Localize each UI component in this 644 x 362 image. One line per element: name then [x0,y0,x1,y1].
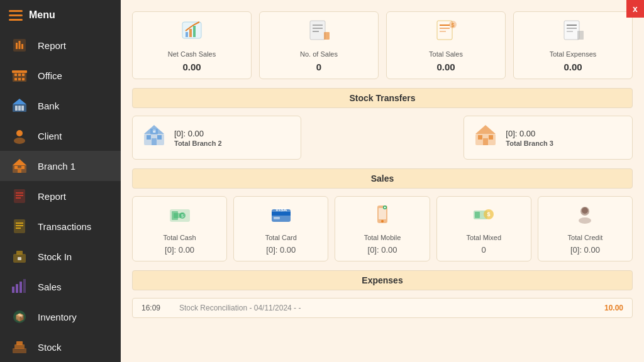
total-cash-label: Total Cash [164,234,196,241]
svg-rect-36 [16,284,18,293]
branch3-info: [0]: 0.00 Total Branch 3 [506,129,553,147]
svg-marker-23 [13,159,26,165]
stat-card-no-of-sales[interactable]: No. of Sales 0 [259,11,379,79]
stock-transfers-header: Stock Transfers [132,88,633,108]
svg-rect-21 [21,166,25,169]
svg-rect-43 [16,341,23,345]
svg-point-89 [384,207,386,209]
svg-rect-52 [324,32,330,40]
svg-point-96 [582,207,588,214]
branch2-label: Total Branch 2 [174,140,222,147]
sidebar-item-transactions[interactable]: Transactions [0,211,121,241]
svg-text:$: $ [181,214,184,218]
total-sales-label: Total Sales [429,50,463,58]
sidebar: Menu Report Offi [0,0,121,362]
sidebar-item-report2[interactable]: Report [0,181,121,211]
expense-description: Stock Reconciliation - 04/11/2024 - - [179,304,592,312]
svg-text:🖥: 🖥 [152,129,157,133]
close-button[interactable]: x [626,0,644,18]
transfer-card-branch2[interactable]: 🖥 [0]: 0.00 Total Branch 2 [132,116,301,160]
svg-text:$: $ [451,22,454,28]
sales-card-total-credit[interactable]: Total Credit [0]: 0.00 [538,196,633,261]
sidebar-item-label: Stock [38,342,62,353]
total-credit-label: Total Credit [568,234,603,241]
sidebar-item-stock[interactable]: Stock [0,332,121,362]
svg-rect-42 [14,344,25,349]
stat-card-total-expenses[interactable]: Total Expenses 0.00 [513,11,633,79]
inventory-icon: 📦 [9,306,30,327]
sales-card-total-mobile[interactable]: Total Mobile [0]: 0.00 [335,196,430,261]
total-sales-value: 0.00 [436,62,455,72]
svg-rect-37 [19,282,22,293]
transfer-card-branch3[interactable]: [0]: 0.00 Total Branch 3 [464,116,633,160]
card-icon: VISA [270,203,292,230]
sidebar-item-label: Client [38,131,62,141]
total-mixed-label: Total Mixed [466,234,501,241]
menu-item[interactable]: Menu [0,0,121,30]
branch2-icon: 🖥 [142,123,167,153]
branch3-icon [473,123,498,153]
svg-rect-65 [147,135,151,140]
svg-rect-83 [274,217,280,219]
sales-card-total-mixed[interactable]: $ Total Mixed 0 [436,196,531,261]
report2-icon [9,185,30,207]
svg-point-18 [14,138,25,144]
stat-card-net-cash-sales[interactable]: Net Cash Sales 0.00 [132,11,252,79]
sidebar-item-label: Bank [38,101,59,111]
sidebar-item-stock-in[interactable]: Stock In [0,241,121,272]
svg-marker-13 [13,99,26,104]
svg-rect-47 [193,26,196,37]
sidebar-item-label: Transactions [38,221,91,232]
svg-point-87 [381,220,384,222]
svg-rect-46 [189,29,192,37]
hamburger-icon [9,10,23,21]
svg-rect-67 [152,138,157,145]
svg-rect-73 [489,135,493,140]
svg-rect-60 [567,25,577,26]
total-credit-value: [0]: 0.00 [570,245,600,255]
total-expenses-value: 0.00 [564,62,582,72]
svg-text:$: $ [487,211,491,217]
svg-rect-86 [379,208,386,219]
no-of-sales-icon [307,18,331,47]
sales-card-total-cash[interactable]: $ Total Cash [0]: 0.00 [132,196,227,261]
svg-rect-62 [567,31,573,32]
svg-rect-2 [19,41,21,49]
net-cash-sales-value: 0.00 [182,62,201,72]
svg-rect-3 [21,44,23,49]
total-sales-icon: $ [434,18,458,47]
svg-rect-74 [483,138,488,145]
svg-rect-16 [21,106,24,111]
sidebar-item-bank[interactable]: Bank [0,90,121,121]
sidebar-item-office[interactable]: Office [0,60,121,90]
svg-rect-8 [14,78,17,80]
svg-text:📦: 📦 [15,312,25,322]
total-expenses-icon [561,18,585,47]
svg-rect-59 [564,21,579,40]
svg-rect-1 [16,43,18,49]
stat-card-total-sales[interactable]: $ Total Sales 0.00 [386,11,506,79]
sidebar-item-report[interactable]: Report [0,30,121,60]
svg-rect-45 [186,32,188,37]
stock-icon [9,336,30,358]
svg-rect-55 [440,28,450,29]
expenses-header: Expenses [132,270,633,290]
svg-rect-61 [567,28,577,29]
sidebar-item-branch1[interactable]: Branch 1 [0,151,121,181]
mobile-icon [371,203,394,230]
credit-icon [574,203,596,230]
svg-rect-14 [15,106,18,111]
branch1-icon [9,155,30,177]
main-content: Net Cash Sales 0.00 No. of Sales 0 [121,0,644,362]
expense-time: 16:09 [142,304,167,312]
svg-rect-27 [16,197,21,199]
total-expenses-label: Total Expenses [550,50,597,58]
branch2-info: [0]: 0.00 Total Branch 2 [174,129,222,147]
svg-rect-38 [23,279,26,293]
sidebar-item-client[interactable]: Client [0,121,121,151]
total-mobile-label: Total Mobile [364,234,401,241]
sidebar-item-sales[interactable]: Sales [0,272,121,302]
sidebar-item-inventory[interactable]: 📦 Inventory [0,302,121,332]
svg-rect-10 [22,78,25,80]
sales-card-total-card[interactable]: VISA Total Card [0]: 0.00 [233,196,328,261]
